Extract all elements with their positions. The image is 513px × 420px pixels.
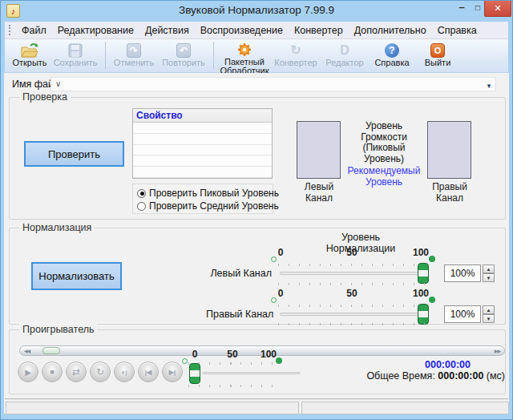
status-bar-divider xyxy=(5,398,508,400)
converter-icon: ↻ xyxy=(290,42,301,59)
scale-label-min: 0 xyxy=(189,349,200,360)
right-channel-percent-field[interactable]: 100% xyxy=(444,305,481,323)
right-channel-spin-down-button[interactable]: ▼ xyxy=(483,314,495,323)
toolbar: Открыть Сохранить ↷ Отменить ↶ Повторить xyxy=(5,39,508,73)
previous-track-icon: |◀ xyxy=(145,369,151,376)
radio-peak-level[interactable]: Проверить Пиковый Уровень xyxy=(137,187,273,200)
menu-edit[interactable]: Редактирование xyxy=(52,23,139,38)
repeat-button[interactable]: ↻ xyxy=(90,361,111,382)
left-channel-spin-down-button[interactable]: ▼ xyxy=(483,273,495,282)
menu-additional[interactable]: Дополнительно xyxy=(349,23,432,38)
total-time: Общее Время: 000:00:00 (мс) xyxy=(338,370,505,382)
left-channel-percent-field[interactable]: 100% xyxy=(444,265,481,282)
table-row[interactable] xyxy=(133,155,272,167)
range-max-marker-icon xyxy=(429,297,435,303)
normalization-group-title: Нормализация xyxy=(19,222,95,233)
right-channel-spin-up-button[interactable]: ▲ xyxy=(483,305,495,314)
stop-icon: ■ xyxy=(50,368,54,376)
previous-track-button[interactable]: |◀ xyxy=(138,361,159,382)
close-button[interactable]: ✕ xyxy=(484,1,511,17)
exit-button[interactable]: O Выйти xyxy=(415,41,460,71)
converter-button[interactable]: ↻ Конвертер xyxy=(271,41,321,71)
redo-icon: ↶ xyxy=(176,42,191,59)
menu-actions[interactable]: Действия xyxy=(139,23,195,38)
combobox-dropdown-icon[interactable]: ▾ xyxy=(484,81,494,92)
left-channel-slider-track[interactable] xyxy=(280,272,429,275)
exit-icon: O xyxy=(430,42,445,59)
scale-label-min: 0 xyxy=(275,247,286,258)
toolbar-label: Сохранить xyxy=(54,59,98,67)
range-min-marker-icon xyxy=(182,358,188,364)
shuffle-icon: ⇄ xyxy=(72,366,80,378)
editor-icon: D xyxy=(340,42,349,59)
menu-converter[interactable]: Конвертер xyxy=(289,23,349,38)
player-group: Проигрыватель ◀◀ ▶▶ ▶ ■ ⇄ ↻ ◖) |◀ ▶| 0 5… xyxy=(9,329,506,394)
menu-help[interactable]: Справка xyxy=(432,23,483,38)
range-max-marker-icon xyxy=(429,256,435,262)
right-channel-slider-track[interactable] xyxy=(280,313,429,316)
chevron-down-icon: ∨ xyxy=(55,79,61,88)
status-panel-left xyxy=(6,402,299,414)
window-title: Звуковой Нормализатор 7.99.9 xyxy=(1,4,512,16)
right-channel-slider-handle[interactable] xyxy=(418,304,429,325)
seek-forward-icon[interactable]: ▶▶ xyxy=(495,348,500,353)
table-row[interactable] xyxy=(133,134,272,145)
tick-marks xyxy=(278,323,430,325)
recommended-level-line2: Уровень xyxy=(342,177,426,188)
left-channel-spin-up-button[interactable]: ▲ xyxy=(483,265,495,273)
seek-back-icon[interactable]: ◀◀ xyxy=(24,348,30,353)
total-time-value: 000:00:00 xyxy=(438,370,483,382)
menu-file[interactable]: Файл xyxy=(16,23,52,38)
normalize-button[interactable]: Нормализовать xyxy=(31,262,122,290)
scale-label-max: 100 xyxy=(410,247,431,258)
status-panel-right xyxy=(301,402,509,414)
tick-marks xyxy=(188,385,281,387)
scale-label-min: 0 xyxy=(275,288,286,299)
table-row[interactable] xyxy=(133,167,272,178)
open-button[interactable]: Открыть xyxy=(10,41,50,71)
toolbar-label: Выйти xyxy=(425,59,451,67)
save-button[interactable]: Сохранить xyxy=(50,41,101,71)
file-name-combobox[interactable]: ∨ ▾ xyxy=(50,77,496,91)
total-time-label: Общее Время: xyxy=(366,370,434,382)
menu-playback[interactable]: Воспроизведение xyxy=(195,23,289,38)
left-channel-slider-label: Левый Канал xyxy=(206,268,272,279)
menu-bar: Файл Редактирование Действия Воспроизвед… xyxy=(5,22,508,39)
shuffle-button[interactable]: ⇄ xyxy=(66,361,87,382)
toolbar-label: Открыть xyxy=(12,59,46,67)
left-channel-slider-handle[interactable] xyxy=(418,263,429,284)
repeat-icon: ↻ xyxy=(96,366,104,378)
batch-processor-button[interactable]: Пакетный Обработчик xyxy=(218,41,271,71)
scale-label-mid: 50 xyxy=(344,247,360,258)
radio-average-level[interactable]: Проверить Средний Уровень xyxy=(137,200,273,212)
volume-level-text: Уровень Громкости (Пиковый Уровень) Реко… xyxy=(342,121,426,188)
minimize-button[interactable]: – xyxy=(454,1,469,17)
tick-marks xyxy=(278,264,430,266)
stop-button[interactable]: ■ xyxy=(42,361,63,382)
range-min-marker-icon xyxy=(271,297,277,303)
player-volume-slider-track[interactable] xyxy=(202,372,301,374)
player-group-title: Проигрыватель xyxy=(19,324,97,335)
seek-handle[interactable] xyxy=(42,347,60,354)
redo-button[interactable]: ↶ Повторить xyxy=(158,41,209,71)
open-folder-icon xyxy=(21,42,38,59)
editor-button[interactable]: D Редактор xyxy=(321,41,369,71)
player-volume-slider-handle[interactable] xyxy=(189,363,200,384)
tick-marks xyxy=(278,305,430,307)
volume-icon: ◖) xyxy=(121,369,127,376)
maximize-button[interactable]: □ xyxy=(471,1,485,17)
next-track-button[interactable]: ▶| xyxy=(162,361,183,382)
table-row[interactable] xyxy=(133,123,272,134)
toolbar-label: Отменить xyxy=(114,59,154,67)
check-button[interactable]: Проверить xyxy=(24,141,124,167)
check-group-title: Проверка xyxy=(19,91,71,103)
radio-label: Проверить Средний Уровень xyxy=(149,200,279,212)
help-button[interactable]: ? Справка xyxy=(369,41,415,71)
table-row[interactable] xyxy=(133,145,272,156)
menu-grip-icon xyxy=(9,25,11,35)
play-button[interactable]: ▶ xyxy=(18,361,38,382)
properties-table: Свойство xyxy=(132,108,273,179)
undo-button[interactable]: ↷ Отменить xyxy=(110,41,158,71)
volume-button[interactable]: ◖) xyxy=(114,361,135,382)
batch-processor-icon xyxy=(236,42,252,58)
